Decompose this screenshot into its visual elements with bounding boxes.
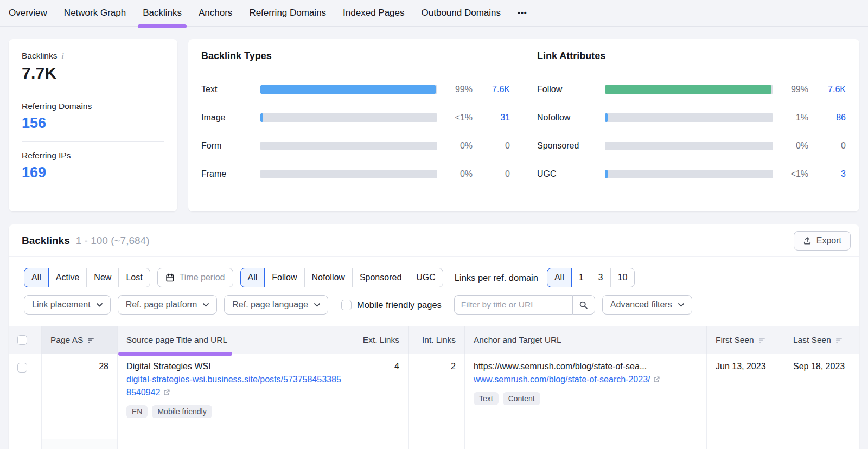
links-per-domain-1[interactable]: 1 [572, 268, 591, 287]
target-url-link[interactable]: www.semrush.com/blog/state-of-search-202… [474, 373, 698, 386]
bar-label: Sponsored [537, 141, 597, 151]
tab-outbound-domains[interactable]: Outbound Domains [422, 1, 501, 26]
bar-count-link[interactable]: 7.6K [481, 85, 510, 94]
last-seen-cell: Sep 18, 2023 [784, 354, 859, 439]
column-header-anchor[interactable]: Anchor and Target URL [464, 326, 706, 354]
column-header-first-seen[interactable]: First Seen [706, 326, 784, 354]
int-links-cell: 2 [408, 354, 464, 439]
bar-track [260, 113, 437, 122]
more-tabs-icon[interactable]: ••• [518, 9, 527, 17]
links-per-domain-group: All 1 3 10 [547, 268, 635, 287]
bar-percent: 99% [445, 85, 473, 94]
mobile-friendly-checkbox[interactable] [341, 300, 352, 310]
page-as-cell: 28 [41, 354, 117, 439]
link-type-badge: Text [474, 392, 499, 405]
bar-count-link[interactable]: 31 [481, 113, 510, 123]
external-link-icon[interactable] [163, 389, 170, 396]
summary-card: Backlinks i 7.7K Referring Domains 156 R… [9, 39, 177, 211]
row-checkbox[interactable] [17, 363, 27, 373]
next-row-partial [9, 439, 859, 449]
bar-percent: 0% [781, 141, 808, 151]
tab-network-graph[interactable]: Network Graph [64, 1, 126, 26]
tab-referring-domains[interactable]: Referring Domains [249, 1, 326, 26]
bar-label: Nofollow [537, 113, 597, 123]
row-select-cell [9, 354, 41, 439]
export-icon [803, 236, 812, 245]
follow-filter-all[interactable]: All [240, 268, 265, 287]
follow-filter-nofollow[interactable]: Nofollow [304, 268, 352, 287]
advanced-filters-label: Advanced filters [610, 300, 672, 310]
links-per-domain-10[interactable]: 10 [610, 268, 635, 287]
export-button[interactable]: Export [794, 231, 851, 251]
bar-percent: 99% [781, 85, 808, 94]
bar-track [605, 170, 773, 178]
bar-count-link[interactable]: 7.6K [816, 85, 846, 94]
bar-fill [605, 170, 608, 178]
sort-icon [758, 337, 765, 343]
bar-track [260, 170, 437, 178]
bar-count: 0 [816, 141, 846, 151]
backlinks-section: Backlinks 1 - 100 (~7,684) Export All Ac… [9, 224, 859, 449]
sort-desc-icon [87, 337, 94, 343]
bar-count-link[interactable]: 86 [816, 113, 846, 123]
links-per-domain-3[interactable]: 3 [591, 268, 610, 287]
chevron-down-icon [678, 303, 684, 307]
bar-row-form: Form 0% 0 [201, 132, 510, 160]
export-label: Export [816, 236, 841, 246]
link-placement-label: Link placement [32, 300, 91, 310]
column-label: Ext. Links [363, 335, 399, 345]
bar-track [260, 85, 437, 94]
calendar-icon [165, 273, 175, 283]
referring-ips-label: Referring IPs [22, 151, 71, 161]
links-per-domain-all[interactable]: All [547, 268, 572, 287]
follow-filter-ugc[interactable]: UGC [409, 268, 443, 287]
column-label: Page AS [50, 335, 83, 345]
follow-filter-sponsored[interactable]: Sponsored [352, 268, 409, 287]
status-filter-active[interactable]: Active [49, 268, 87, 287]
tab-indexed-pages[interactable]: Indexed Pages [343, 1, 404, 26]
bar-label: UGC [537, 169, 597, 179]
info-icon[interactable]: i [61, 52, 63, 61]
follow-filter-group: All Follow Nofollow Sponsored UGC [240, 268, 443, 287]
status-filter-all[interactable]: All [24, 268, 49, 287]
column-header-page-as[interactable]: Page AS [41, 326, 117, 354]
tab-anchors[interactable]: Anchors [199, 1, 232, 26]
column-label: Source page Title and URL [126, 335, 227, 345]
source-url-link[interactable]: digital-strategies-wsi.business.site/pos… [126, 373, 343, 399]
status-filter-lost[interactable]: Lost [118, 268, 149, 287]
tab-backlinks[interactable]: Backlinks [143, 1, 182, 26]
ref-page-language-dropdown[interactable]: Ref. page language [224, 295, 328, 315]
status-filter-new[interactable]: New [86, 268, 118, 287]
select-all-checkbox[interactable] [17, 335, 27, 345]
section-title: Backlinks [22, 235, 70, 247]
referring-domains-value[interactable]: 156 [22, 115, 164, 132]
bar-percent: 1% [781, 113, 808, 123]
bar-track [605, 142, 773, 150]
links-per-domain-label: Links per ref. domain [455, 273, 538, 283]
column-header-last-seen[interactable]: Last Seen [784, 326, 859, 354]
column-label: Anchor and Target URL [474, 335, 561, 345]
bar-row-image: Image <1% 31 [201, 104, 510, 132]
bar-row-nofollow: Nofollow 1% 86 [537, 104, 846, 132]
charts-card: Backlink Types Text 99% 7.6K Image <1% 3… [188, 39, 859, 211]
column-header-int-links[interactable]: Int. Links [408, 326, 464, 354]
tab-overview[interactable]: Overview [9, 1, 47, 26]
bar-row-text: Text 99% 7.6K [201, 75, 510, 104]
external-link-icon[interactable] [653, 376, 660, 383]
follow-filter-follow[interactable]: Follow [265, 268, 304, 287]
bar-fill [260, 113, 263, 122]
bar-percent: 0% [445, 169, 473, 179]
column-header-ext-links[interactable]: Ext. Links [352, 326, 408, 354]
link-placement-dropdown[interactable]: Link placement [24, 295, 111, 315]
search-input[interactable] [454, 295, 572, 315]
sort-icon [835, 337, 843, 343]
referring-ips-value[interactable]: 169 [22, 164, 164, 181]
backlink-types-panel: Backlink Types Text 99% 7.6K Image <1% 3… [188, 39, 524, 211]
chevron-down-icon [97, 303, 103, 307]
column-header-source[interactable]: Source page Title and URL [117, 326, 352, 354]
ref-page-platform-dropdown[interactable]: Ref. page platform [118, 295, 218, 315]
bar-count-link[interactable]: 3 [816, 169, 846, 179]
search-button[interactable] [572, 295, 595, 315]
time-period-button[interactable]: Time period [157, 268, 233, 287]
advanced-filters-dropdown[interactable]: Advanced filters [602, 295, 692, 315]
